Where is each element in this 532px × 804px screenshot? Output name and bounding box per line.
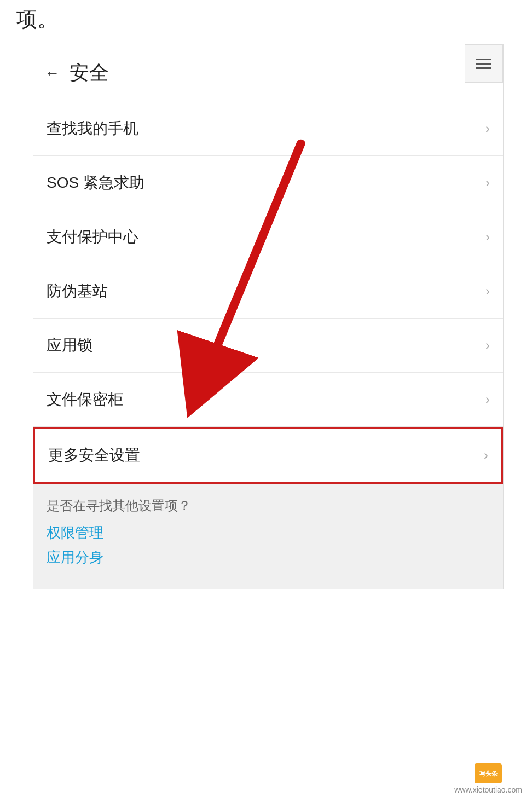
phone-frame: ← 安全 查找我的手机 › SOS 紧急求助 › 支付保护中心 ›	[33, 44, 504, 589]
chevron-icon-find-phone: ›	[485, 121, 490, 136]
back-button[interactable]: ←	[44, 65, 60, 82]
chevron-icon-file-safe: ›	[485, 392, 490, 407]
watermark-icon: 写头条	[475, 763, 502, 783]
suggestion-link-clone[interactable]: 应用分身	[47, 548, 490, 567]
suggestion-question: 是否在寻找其他设置项？	[47, 497, 490, 514]
menu-item-anti-fake[interactable]: 防伪基站 ›	[33, 264, 503, 319]
chevron-icon-sos: ›	[485, 175, 490, 190]
menu-item-find-phone-label: 查找我的手机	[47, 118, 138, 139]
chevron-icon-app-lock: ›	[485, 338, 490, 353]
watermark-url: www.xietoutiao.com	[454, 785, 522, 794]
suggestion-box: 是否在寻找其他设置项？ 权限管理 应用分身	[33, 484, 503, 589]
menu-item-more-security-label: 更多安全设置	[48, 445, 140, 466]
menu-item-payment[interactable]: 支付保护中心 ›	[33, 210, 503, 264]
menu-item-more-security[interactable]: 更多安全设置 ›	[33, 427, 503, 484]
page-wrapper: 项。 ← 安全 查找我的手机 › SOS 紧急求助 › 支付保护中心	[0, 0, 532, 804]
settings-header: ← 安全	[33, 44, 503, 102]
hamburger-line-1	[476, 59, 491, 60]
menu-item-app-lock[interactable]: 应用锁 ›	[33, 319, 503, 373]
chevron-icon-more-security: ›	[484, 448, 488, 463]
hamburger-line-2	[476, 63, 491, 65]
hamburger-menu-button[interactable]	[465, 44, 503, 83]
suggestion-link-permission[interactable]: 权限管理	[47, 523, 490, 542]
watermark-icon-text: 写头条	[479, 770, 498, 778]
menu-item-file-safe-label: 文件保密柜	[47, 389, 123, 410]
chevron-icon-payment: ›	[485, 229, 490, 245]
page-title: 安全	[70, 60, 109, 86]
menu-item-app-lock-label: 应用锁	[47, 335, 92, 356]
page-intro-text: 项。	[0, 0, 532, 44]
menu-item-find-phone[interactable]: 查找我的手机 ›	[33, 102, 503, 156]
chevron-icon-anti-fake: ›	[485, 284, 490, 299]
menu-item-payment-label: 支付保护中心	[47, 227, 138, 247]
menu-item-sos[interactable]: SOS 紧急求助 ›	[33, 156, 503, 210]
settings-menu-list: 查找我的手机 › SOS 紧急求助 › 支付保护中心 › 防伪基站 › 应用锁 …	[33, 102, 503, 484]
menu-item-file-safe[interactable]: 文件保密柜 ›	[33, 373, 503, 427]
hamburger-line-3	[476, 67, 491, 69]
watermark: 写头条 www.xietoutiao.com	[454, 763, 522, 794]
menu-item-sos-label: SOS 紧急求助	[47, 172, 144, 193]
menu-item-anti-fake-label: 防伪基站	[47, 281, 108, 302]
